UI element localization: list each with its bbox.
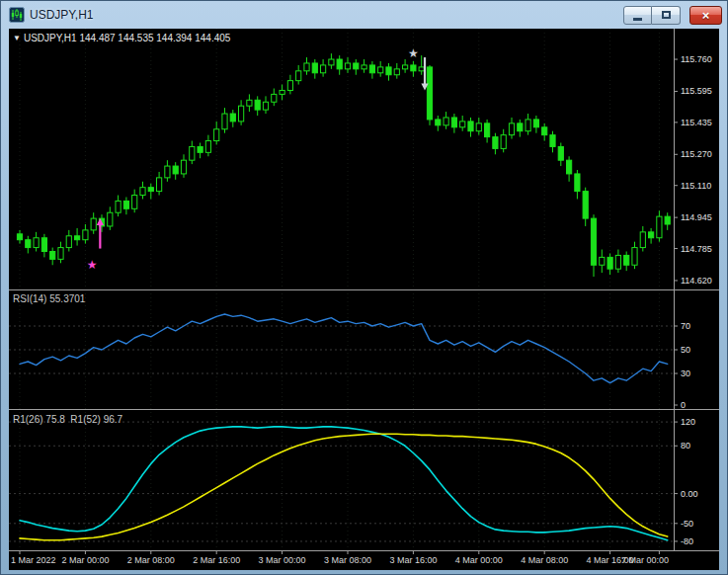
titlebar[interactable]: USDJPY,H1 × xyxy=(1,1,727,29)
candle-body xyxy=(640,232,645,248)
candle-body xyxy=(657,216,662,238)
candle-body xyxy=(108,212,113,226)
candle-body xyxy=(190,146,195,160)
candle-body xyxy=(91,218,96,230)
time-axis-label: 2 Mar 00:00 xyxy=(61,555,109,565)
candle-body xyxy=(345,63,350,69)
candle-body xyxy=(148,188,153,192)
candle-body xyxy=(123,201,128,208)
rsi-scale-label: 0 xyxy=(681,400,686,410)
oscillator-scale-label: 0.00 xyxy=(681,489,698,499)
candle-body xyxy=(198,146,202,152)
time-axis-label: 7 Mar 00:00 xyxy=(621,555,669,565)
candle-body xyxy=(157,178,162,192)
candle-body xyxy=(214,129,219,141)
chart-background xyxy=(9,29,719,570)
candle-body xyxy=(591,218,596,265)
candle-body xyxy=(255,100,260,110)
price-scale-label: 115.760 xyxy=(681,54,712,64)
candle-body xyxy=(181,160,186,174)
candle-body xyxy=(230,114,235,122)
candle-body xyxy=(526,120,530,131)
candle-body xyxy=(205,141,210,153)
candle-body xyxy=(394,69,399,75)
candle-body xyxy=(468,122,473,131)
rsi-scale-label: 50 xyxy=(681,345,690,355)
candle-body xyxy=(66,236,71,248)
candle-body xyxy=(509,123,514,135)
candle-body xyxy=(354,63,359,69)
candle-body xyxy=(378,67,383,73)
candle-body xyxy=(542,127,547,135)
candle-body xyxy=(501,135,506,149)
candle-body xyxy=(321,65,326,73)
price-scale-label: 115.110 xyxy=(681,181,711,191)
maximize-icon xyxy=(662,11,671,19)
time-axis-label: 4 Mar 00:00 xyxy=(455,555,503,565)
candle-body xyxy=(411,65,416,71)
mt4-chart-window: USDJPY,H1 × ★★115.760115.595115.435115.2… xyxy=(0,0,728,575)
candle-body xyxy=(427,67,432,120)
candle-body xyxy=(649,232,654,238)
candle-body xyxy=(83,230,88,240)
candle-body xyxy=(403,65,408,69)
price-scale-label: 114.620 xyxy=(681,276,712,286)
window-title: USDJPY,H1 xyxy=(30,8,93,22)
candle-body xyxy=(533,120,538,127)
close-button[interactable]: × xyxy=(689,6,722,25)
price-scale-label: 114.945 xyxy=(681,212,712,222)
maximize-button[interactable] xyxy=(652,6,681,25)
price-scale-label: 114.785 xyxy=(681,244,712,254)
candle-body xyxy=(665,216,670,224)
chart-app-icon[interactable] xyxy=(9,7,25,23)
time-axis-label: 3 Mar 16:00 xyxy=(389,555,437,565)
candle-body xyxy=(624,255,629,265)
candle-body xyxy=(386,67,391,75)
candle-body xyxy=(558,146,563,160)
sell-signal-star: ★ xyxy=(408,46,419,60)
candle-body xyxy=(280,90,284,94)
candle-body xyxy=(575,174,580,192)
candle-body xyxy=(75,236,80,240)
time-axis-label: 3 Mar 08:00 xyxy=(324,555,371,565)
candle-body xyxy=(600,257,605,265)
chart-canvas[interactable]: ★★115.760115.595115.435115.270115.110114… xyxy=(9,29,719,570)
candle-body xyxy=(460,122,465,127)
rsi-scale-label: 70 xyxy=(681,321,690,331)
candle-body xyxy=(567,160,572,174)
oscillator-scale-label: 120 xyxy=(681,417,695,427)
candle-body xyxy=(436,120,441,125)
candle-body xyxy=(272,94,277,102)
candle-body xyxy=(116,201,121,212)
buy-signal-star: ★ xyxy=(87,258,98,272)
candle-body xyxy=(132,196,137,209)
candle-body xyxy=(50,252,55,260)
candle-body xyxy=(247,100,252,106)
candle-body xyxy=(296,71,301,81)
candle-body xyxy=(263,102,268,110)
candle-body xyxy=(287,81,292,91)
candle-body xyxy=(615,255,620,269)
candle-body xyxy=(607,257,612,269)
candle-body xyxy=(485,123,490,137)
candle-body xyxy=(173,166,178,174)
time-axis-label: 1 Mar 2022 xyxy=(11,555,56,565)
chart-app-icon-graphic xyxy=(9,7,25,23)
window-controls: × xyxy=(623,6,722,25)
candle-body xyxy=(222,114,227,129)
minimize-icon xyxy=(633,18,642,21)
rsi-scale-label: 30 xyxy=(681,369,690,378)
candle-body xyxy=(34,238,39,248)
candle-body xyxy=(58,248,63,260)
candle-body xyxy=(550,135,555,147)
candle-body xyxy=(304,63,309,71)
time-axis-label: 2 Mar 16:00 xyxy=(193,555,240,565)
minimize-button[interactable] xyxy=(623,6,652,25)
time-axis-label: 2 Mar 08:00 xyxy=(127,555,175,565)
candle-body xyxy=(26,240,31,248)
candle-body xyxy=(140,188,145,196)
candle-body xyxy=(41,238,46,252)
candle-body xyxy=(369,65,374,73)
chart-area: ★★115.760115.595115.435115.270115.110114… xyxy=(9,29,719,570)
oscillator-scale-label: 80 xyxy=(681,441,690,451)
